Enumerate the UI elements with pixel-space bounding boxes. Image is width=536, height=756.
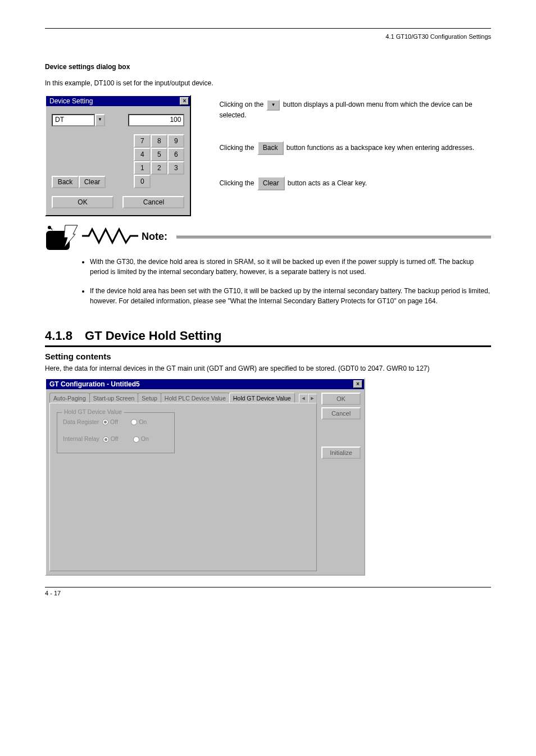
- tab-hold-gt[interactable]: Hold GT Device Value: [229, 393, 295, 403]
- inline-chevron-down-icon: ▼: [266, 99, 280, 111]
- tab-hold-plc[interactable]: Hold PLC Device Value: [161, 393, 230, 403]
- note-item: With the GT30, the device hold area is s…: [90, 257, 491, 277]
- tab-content: Hold GT Device Value Data Register Off O…: [49, 403, 317, 571]
- dialog-titlebar: Device Setting ×: [46, 96, 190, 106]
- subsection-title: Setting contents: [45, 352, 491, 361]
- key-9[interactable]: 9: [167, 134, 184, 148]
- line1a: Clicking on the: [219, 101, 265, 108]
- tab-auto-paging[interactable]: Auto-Paging: [49, 393, 90, 403]
- gt-configuration-dialog: GT Configuration - Untitled5 × Auto-Pagi…: [45, 378, 365, 576]
- section-body: Here, the data for internal devices in t…: [45, 363, 491, 374]
- tab-scroll-right-icon[interactable]: ►: [308, 394, 317, 403]
- gt-dialog-title-text: GT Configuration - Untitled5: [49, 380, 140, 388]
- data-register-label: Data Register: [63, 418, 99, 425]
- note-rule: [176, 236, 491, 238]
- inline-back-button: Back: [257, 141, 284, 155]
- off-label: Off: [111, 435, 119, 442]
- tab-scroll-left-icon[interactable]: ◄: [299, 394, 308, 403]
- section-title: GT Device Hold Setting: [85, 329, 221, 343]
- key-8[interactable]: 8: [151, 134, 167, 148]
- device-select-value: DT: [52, 114, 95, 126]
- gt-dialog-titlebar: GT Configuration - Untitled5 ×: [46, 379, 364, 389]
- svg-marker-3: [49, 227, 55, 231]
- internal-relay-off-radio[interactable]: [103, 436, 109, 443]
- device-select[interactable]: DT ▼: [52, 114, 105, 126]
- inline-clear-button: Clear: [257, 176, 285, 190]
- key-3[interactable]: 3: [167, 161, 184, 175]
- gt-cancel-button[interactable]: Cancel: [321, 407, 361, 420]
- address-input[interactable]: 100: [128, 114, 184, 126]
- note-list: With the GT30, the device hold area is s…: [90, 257, 491, 306]
- close-icon[interactable]: ×: [180, 97, 189, 105]
- key-2[interactable]: 2: [151, 161, 167, 175]
- key-1[interactable]: 1: [134, 161, 151, 175]
- key-5[interactable]: 5: [151, 148, 167, 161]
- clear-button[interactable]: Clear: [79, 176, 106, 188]
- note-label: Note:: [142, 231, 167, 243]
- key-6[interactable]: 6: [167, 148, 184, 161]
- internal-relay-on-radio[interactable]: [133, 436, 139, 443]
- off-label: Off: [110, 418, 118, 425]
- ok-button[interactable]: OK: [52, 196, 113, 208]
- chevron-down-icon[interactable]: ▼: [95, 114, 105, 126]
- data-register-on-radio[interactable]: [131, 419, 137, 425]
- gt-ok-button[interactable]: OK: [321, 393, 361, 405]
- note-item: If the device hold area has been set wit…: [90, 286, 491, 306]
- line2b: button functions as a backspace key when…: [287, 144, 474, 152]
- svg-marker-1: [64, 225, 78, 248]
- section-number: 4.1.8: [45, 329, 72, 343]
- line2a: Clicking the: [219, 144, 256, 152]
- internal-relay-label: Internal Relay: [63, 435, 99, 442]
- on-label: On: [139, 418, 147, 425]
- gt-initialize-button[interactable]: Initialize: [321, 447, 361, 459]
- key-4[interactable]: 4: [134, 148, 151, 161]
- note-header: Note:: [45, 223, 491, 251]
- intro-title: Device settings dialog box: [45, 62, 491, 72]
- page-number: 4 - 17: [45, 590, 491, 596]
- close-icon[interactable]: ×: [353, 380, 362, 388]
- section-heading: 4.1.8 GT Device Hold Setting: [45, 329, 491, 347]
- line3b: button acts as a Clear key.: [288, 179, 367, 187]
- back-button[interactable]: Back: [52, 176, 79, 188]
- explanation-column: Clicking on the ▼ button displays a pull…: [219, 95, 491, 190]
- device-setting-dialog: Device Setting × DT ▼ 100 Back Clear: [45, 95, 191, 216]
- key-0[interactable]: 0: [134, 175, 151, 188]
- resistor-icon: [82, 227, 138, 246]
- tab-startup-screen[interactable]: Start-up Screen: [89, 393, 139, 403]
- keypad: 7 8 9 4 5 6 1 2 3 0: [134, 134, 184, 188]
- key-7[interactable]: 7: [134, 134, 151, 148]
- hold-gt-device-group: Hold GT Device Value Data Register Off O…: [57, 412, 175, 453]
- note-icon: [45, 223, 79, 251]
- tab-setup[interactable]: Setup: [138, 393, 161, 403]
- cancel-button[interactable]: Cancel: [122, 196, 184, 208]
- on-label: On: [141, 435, 149, 442]
- line3a: Clicking the: [219, 179, 256, 187]
- header-right: 4.1 GT10/GT30 Configuration Settings: [45, 33, 491, 40]
- tab-strip: Auto-Paging Start-up Screen Setup Hold P…: [49, 393, 317, 403]
- intro-text: In this example, DT100 is set for the in…: [45, 79, 491, 88]
- dialog-title-text: Device Setting: [49, 97, 93, 105]
- data-register-off-radio[interactable]: [102, 419, 108, 425]
- group-title: Hold GT Device Value: [62, 408, 124, 415]
